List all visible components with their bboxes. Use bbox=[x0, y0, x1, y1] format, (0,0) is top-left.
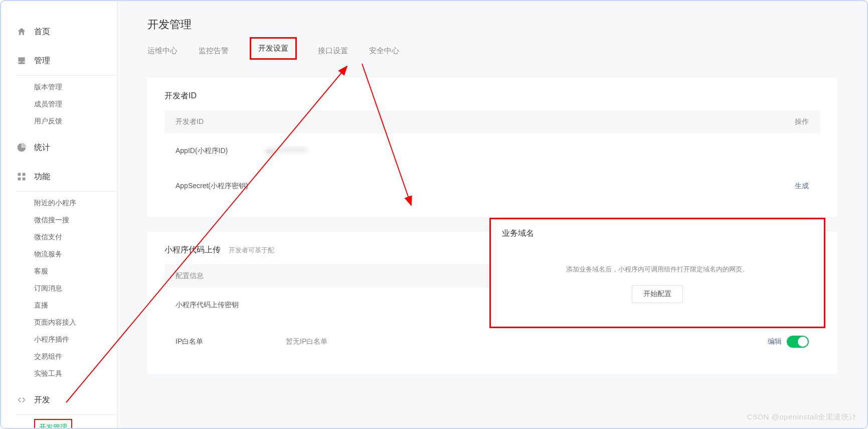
ipwhitelist-toggle[interactable] bbox=[787, 336, 809, 348]
sidebar-item-logistics[interactable]: 物流服务 bbox=[34, 246, 117, 263]
tab-monitor[interactable]: 监控告警 bbox=[199, 43, 229, 60]
start-config-button[interactable]: 开始配置 bbox=[632, 285, 683, 303]
devid-table-head: 开发者ID 操作 bbox=[164, 110, 820, 133]
nav-home-group: 首页 bbox=[16, 20, 117, 43]
svg-rect-3 bbox=[23, 178, 26, 181]
devid-col-right: 操作 bbox=[795, 117, 809, 126]
sidebar-item-devmanage[interactable]: 开发管理 bbox=[34, 419, 72, 429]
overlay-desc: 添加业务域名后，小程序内可调用组件打开限定域名内的网页。 bbox=[502, 265, 813, 274]
sidebar: 首页 管理 版本管理 成员管理 用户反馈 统计 bbox=[1, 1, 117, 428]
code-icon bbox=[16, 394, 27, 405]
table-row: IP白名单 暂无IP白名单 编辑 bbox=[164, 323, 820, 361]
nav-manage[interactable]: 管理 bbox=[16, 49, 117, 72]
svg-rect-1 bbox=[23, 173, 26, 176]
table-row: AppSecret(小程序密钥) 生成 bbox=[164, 169, 820, 204]
uploadkey-label: 小程序代码上传密钥 bbox=[176, 301, 286, 310]
sidebar-item-trade[interactable]: 交易组件 bbox=[34, 348, 117, 365]
tab-ops[interactable]: 运维中心 bbox=[147, 43, 178, 60]
tab-devsettings[interactable]: 开发设置 bbox=[250, 37, 297, 60]
nav-dev-group: 开发 开发管理 开发工具 bbox=[16, 388, 117, 429]
ipwhitelist-edit-link[interactable]: 编辑 bbox=[768, 337, 782, 346]
sidebar-item-version[interactable]: 版本管理 bbox=[34, 79, 117, 96]
overlay-title: 业务域名 bbox=[502, 228, 813, 239]
nav-dev-label: 开发 bbox=[34, 395, 50, 405]
nav-stats[interactable]: 统计 bbox=[16, 136, 117, 159]
tabs: 运维中心 监控告警 开发设置 接口设置 安全中心 bbox=[147, 43, 837, 60]
nav-dev[interactable]: 开发 bbox=[16, 388, 117, 411]
sidebar-item-pagecontent[interactable]: 页面内容接入 bbox=[34, 314, 117, 331]
appsecret-generate-link[interactable]: 生成 bbox=[795, 182, 809, 191]
nav-manage-group: 管理 版本管理 成员管理 用户反馈 bbox=[16, 49, 117, 130]
nav-stats-group: 统计 bbox=[16, 136, 117, 159]
nav-home-label: 首页 bbox=[34, 27, 50, 37]
sidebar-item-lab[interactable]: 实验工具 bbox=[34, 365, 117, 382]
card-devid: 开发者ID 开发者ID 操作 AppID(小程序ID) wx**********… bbox=[147, 78, 837, 217]
nav-feature-sub: 附近的小程序 微信搜一搜 微信支付 物流服务 客服 订阅消息 直播 页面内容接入… bbox=[16, 191, 117, 382]
home-icon bbox=[16, 26, 27, 37]
grid-icon bbox=[16, 171, 27, 182]
nav-stats-label: 统计 bbox=[34, 142, 50, 153]
appsecret-label: AppSecret(小程序密钥) bbox=[176, 182, 266, 191]
sidebar-item-nearby[interactable]: 附近的小程序 bbox=[34, 195, 117, 212]
tab-api[interactable]: 接口设置 bbox=[318, 43, 348, 60]
ipwhitelist-value: 暂无IP白名单 bbox=[286, 337, 768, 346]
sidebar-item-members[interactable]: 成员管理 bbox=[34, 96, 117, 113]
upload-title-hint: 开发者可基于配 bbox=[229, 246, 274, 254]
upload-col-left: 配置信息 bbox=[176, 271, 204, 280]
card-devid-title: 开发者ID bbox=[164, 91, 820, 101]
table-row: AppID(小程序ID) wx************ bbox=[164, 133, 820, 169]
svg-rect-2 bbox=[18, 178, 21, 181]
sidebar-item-feedback[interactable]: 用户反馈 bbox=[34, 113, 117, 130]
inbox-icon bbox=[16, 55, 27, 66]
main-content: 开发管理 运维中心 监控告警 开发设置 接口设置 安全中心 开发者ID 开发者I… bbox=[117, 1, 867, 428]
nav-feature-group: 功能 附近的小程序 微信搜一搜 微信支付 物流服务 客服 订阅消息 直播 页面内… bbox=[16, 165, 117, 382]
nav-dev-sub: 开发管理 开发工具 bbox=[16, 414, 117, 429]
piechart-icon bbox=[16, 142, 27, 153]
watermark: CSDN @openinstall全渠道统计 bbox=[747, 412, 857, 422]
tab-security[interactable]: 安全中心 bbox=[369, 43, 399, 60]
nav-feature-label: 功能 bbox=[34, 172, 50, 182]
svg-rect-0 bbox=[18, 173, 21, 176]
sidebar-item-subscribe[interactable]: 订阅消息 bbox=[34, 280, 117, 297]
appid-value: wx************ bbox=[266, 147, 809, 155]
ipwhitelist-op: 编辑 bbox=[768, 336, 809, 348]
devid-col-left: 开发者ID bbox=[176, 117, 204, 126]
nav-feature[interactable]: 功能 bbox=[16, 165, 117, 188]
sidebar-item-search[interactable]: 微信搜一搜 bbox=[34, 212, 117, 229]
ipwhitelist-label: IP白名单 bbox=[176, 337, 286, 346]
sidebar-item-pay[interactable]: 微信支付 bbox=[34, 229, 117, 246]
sidebar-item-live[interactable]: 直播 bbox=[34, 297, 117, 314]
appid-label: AppID(小程序ID) bbox=[176, 147, 266, 156]
nav-manage-label: 管理 bbox=[34, 56, 50, 66]
nav-manage-sub: 版本管理 成员管理 用户反馈 bbox=[16, 75, 117, 130]
sidebar-item-plugin[interactable]: 小程序插件 bbox=[34, 331, 117, 348]
upload-title-text: 小程序代码上传 bbox=[164, 245, 221, 254]
page-title: 开发管理 bbox=[147, 17, 837, 32]
overlay-business-domain: 业务域名 添加业务域名后，小程序内可调用组件打开限定域名内的网页。 开始配置 bbox=[489, 218, 825, 328]
sidebar-item-service[interactable]: 客服 bbox=[34, 263, 117, 280]
nav-home[interactable]: 首页 bbox=[16, 20, 117, 43]
